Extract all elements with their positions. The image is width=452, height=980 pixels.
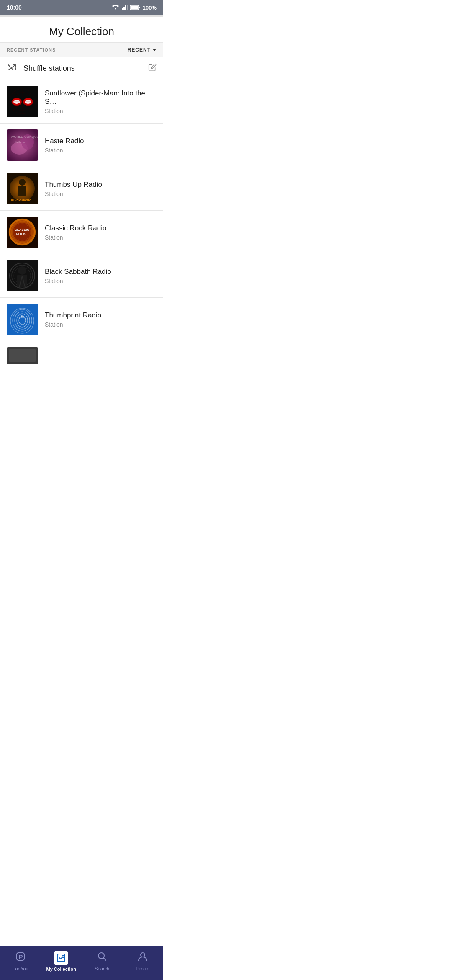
svg-point-14 [25, 100, 31, 104]
station-type: Station [45, 191, 157, 197]
station-info: Thumbs Up Radio Station [45, 181, 157, 197]
station-name: Thumbprint Radio [45, 311, 157, 320]
station-art-thumbprint [7, 304, 38, 335]
sort-recent-button[interactable]: RECENT [128, 47, 157, 53]
svg-text:HASTE: HASTE [15, 140, 25, 143]
battery-icon [130, 5, 140, 10]
station-art-partial [7, 347, 38, 364]
status-icons: 100% [112, 5, 157, 11]
svg-text:WORLD CONQUEST: WORLD CONQUEST [11, 135, 38, 139]
signal-icon [122, 5, 128, 10]
station-type: Station [45, 278, 157, 284]
station-item[interactable]: WORLD CONQUEST HASTE Haste Radio Station [0, 124, 163, 167]
station-item[interactable]: Black Sabbath Radio Station [0, 254, 163, 298]
station-type: Station [45, 234, 157, 241]
svg-text:ROCK: ROCK [16, 232, 26, 236]
filter-label: RECENT STATIONS [7, 47, 56, 52]
shuffle-icon [7, 64, 17, 73]
chevron-down-icon [152, 49, 157, 51]
wifi-icon [112, 5, 119, 10]
svg-rect-3 [127, 5, 128, 10]
station-info: Haste Radio Station [45, 137, 157, 154]
station-art-spiderman [7, 86, 38, 117]
station-item[interactable]: Thumbprint Radio Station [0, 298, 163, 341]
shuffle-label: Shuffle stations [23, 64, 75, 73]
station-item[interactable]: Sunflower (Spider-Man: Into the S… Stati… [0, 80, 163, 124]
svg-rect-0 [122, 8, 123, 10]
svg-rect-30 [18, 186, 26, 196]
page-header: My Collection [0, 17, 163, 43]
status-bar: 10:00 100% [0, 0, 163, 15]
station-info: Black Sabbath Radio Station [45, 268, 157, 284]
station-item[interactable]: CLASSIC ROCK Classic Rock Radio Station [0, 211, 163, 254]
battery-level: 100% [143, 5, 157, 11]
station-name: Classic Rock Radio [45, 224, 157, 232]
station-art-classicrock: CLASSIC ROCK [7, 217, 38, 248]
svg-point-29 [19, 179, 26, 186]
edit-icon[interactable] [148, 63, 157, 74]
station-name: Thumbs Up Radio [45, 181, 157, 189]
svg-point-45 [18, 266, 26, 275]
station-art-blacksabbath [7, 260, 38, 291]
svg-rect-2 [125, 5, 126, 10]
station-type: Station [45, 321, 157, 328]
shuffle-row[interactable]: Shuffle stations [0, 57, 163, 80]
svg-text:CLASSIC: CLASSIC [15, 228, 29, 232]
station-name: Sunflower (Spider-Man: Into the S… [45, 89, 157, 106]
status-time: 10:00 [7, 4, 22, 11]
svg-rect-56 [9, 349, 36, 362]
svg-text:BLVCK MVGIC: BLVCK MVGIC [11, 199, 31, 202]
svg-rect-6 [139, 7, 140, 8]
bottom-spacer [0, 366, 163, 404]
station-type: Station [45, 147, 157, 154]
station-item-partial[interactable] [0, 341, 163, 366]
station-type: Station [45, 108, 157, 114]
station-info: Sunflower (Spider-Man: Into the S… Stati… [45, 89, 157, 114]
page-title: My Collection [0, 25, 163, 38]
shuffle-left: Shuffle stations [7, 64, 75, 73]
svg-rect-1 [123, 7, 125, 10]
station-info: Classic Rock Radio Station [45, 224, 157, 241]
svg-rect-5 [131, 6, 138, 9]
filter-bar: RECENT STATIONS RECENT [0, 43, 163, 57]
station-art-haste: WORLD CONQUEST HASTE [7, 129, 38, 161]
station-list: Sunflower (Spider-Man: Into the S… Stati… [0, 80, 163, 366]
svg-line-9 [12, 68, 14, 70]
svg-line-8 [8, 65, 10, 67]
station-name: Haste Radio [45, 137, 157, 145]
station-item[interactable]: BLVCK MVGIC Thumbs Up Radio Station [0, 167, 163, 211]
station-name: Black Sabbath Radio [45, 268, 157, 276]
station-art-thumbsup: BLVCK MVGIC [7, 173, 38, 204]
sort-label: RECENT [128, 47, 151, 53]
svg-point-12 [13, 100, 20, 104]
station-info: Thumbprint Radio Station [45, 311, 157, 328]
